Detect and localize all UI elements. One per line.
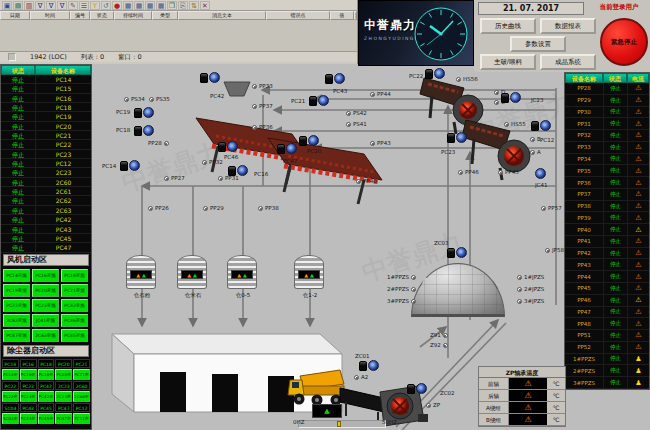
device-row[interactable]: 停止PC15 <box>1 84 91 93</box>
conveyor-row[interactable]: PP51停止⚠ <box>565 330 649 342</box>
conveyor-row[interactable]: PP29停止⚠ <box>565 95 649 107</box>
conveyor-row[interactable]: PP41停止⚠ <box>565 236 649 248</box>
fan-start-button[interactable]: PC18变频 <box>61 269 88 282</box>
conveyor-row[interactable]: PP52停止⚠ <box>565 342 649 354</box>
fan-start-button[interactable]: PC22变频 <box>3 299 30 312</box>
conveyor-row[interactable]: 2#PPZS停止♟ <box>565 365 649 377</box>
motor-fan-unit[interactable] <box>447 247 467 258</box>
motor-fan-unit[interactable] <box>501 92 521 103</box>
dust-start-button[interactable]: PC12变频 <box>73 413 90 424</box>
conveyor-row[interactable]: PP45停止⚠ <box>565 283 649 295</box>
dust-start-button[interactable]: PC43变频 <box>20 413 37 424</box>
fan-start-button[interactable]: PC46变频 <box>61 314 88 327</box>
device-row[interactable]: 停止PC45 <box>1 234 91 243</box>
grid-4-icon[interactable]: ▦ <box>156 1 166 10</box>
motor-fan-unit[interactable] <box>531 120 551 131</box>
fan-start-button[interactable]: PC23变频 <box>32 299 59 312</box>
grid-1-icon[interactable]: ▦ <box>123 1 133 10</box>
device-row[interactable]: 停止PC19 <box>1 112 91 121</box>
fan-start-button[interactable]: PC45变频 <box>61 329 88 342</box>
alarm-col-8[interactable]: 错误点 <box>266 11 330 20</box>
fan-start-button[interactable]: PC47变频 <box>3 329 30 342</box>
filter-3-icon[interactable]: ∇ <box>57 1 67 10</box>
conveyor-row[interactable]: 1#PPZS停止♟ <box>565 354 649 366</box>
conveyor-row[interactable]: PP30停止⚠ <box>565 107 649 119</box>
fan-start-button[interactable]: PC14变频 <box>3 269 30 282</box>
dust-start-button[interactable]: PC21变频 <box>73 369 90 380</box>
motor-fan-unit[interactable] <box>277 143 297 154</box>
device-row[interactable]: 停止2C60 <box>1 178 91 187</box>
motor-fan-unit[interactable] <box>325 73 345 84</box>
dust-start-button[interactable]: 2C60变频 <box>73 391 90 402</box>
motor-fan-unit[interactable] <box>407 383 427 394</box>
device-row[interactable]: 停止PC21 <box>1 131 91 140</box>
device-row[interactable]: 停止2C61 <box>1 187 91 196</box>
refresh-icon[interactable]: ↺ <box>101 1 111 10</box>
conveyor-row[interactable]: PP48停止⚠ <box>565 318 649 330</box>
conveyor-row[interactable]: 3#PPZS停止♟ <box>565 377 649 389</box>
dust-start-button[interactable]: PC22变频 <box>2 391 19 402</box>
motor-fan-unit[interactable] <box>425 68 445 79</box>
fan-start-button[interactable]: PC20变频 <box>32 284 59 297</box>
conveyor-row[interactable]: PP42停止⚠ <box>565 248 649 260</box>
alarm-col-1[interactable]: 日期 <box>0 11 30 20</box>
filter-1-icon[interactable]: ∇ <box>35 1 45 10</box>
motor-fan-unit[interactable] <box>299 135 319 146</box>
conveyor-row[interactable]: PP36停止⚠ <box>565 177 649 189</box>
parameter-set-button[interactable]: 参数设置 <box>510 36 566 52</box>
data-report-button[interactable]: 数据报表 <box>540 18 596 34</box>
dust-start-button[interactable]: PC47变频 <box>55 413 72 424</box>
alarm-col-10[interactable]: 注释 <box>354 11 357 20</box>
device-row[interactable]: 停止PC12 <box>1 159 91 168</box>
alarm-col-7[interactable]: 消息文本 <box>178 11 266 20</box>
new-list-icon[interactable]: ▣ <box>2 1 12 10</box>
emergency-stop-button[interactable]: 紧急停止 <box>600 18 648 66</box>
product-system-button[interactable]: 成品系统 <box>540 54 596 70</box>
device-row[interactable]: 停止PC43 <box>1 225 91 234</box>
device-row[interactable]: 停止PC47 <box>1 243 91 252</box>
print-icon[interactable]: ⎘ <box>178 1 188 10</box>
device-row[interactable]: 停止PC22 <box>1 140 91 149</box>
device-row[interactable]: 停止2C63 <box>1 206 91 215</box>
motor-fan-unit[interactable] <box>218 141 238 152</box>
branch-icon[interactable]: Υ <box>90 1 100 10</box>
conveyor-row[interactable]: PP44停止⚠ <box>565 271 649 283</box>
conveyor-row[interactable]: PP31停止⚠ <box>565 118 649 130</box>
conveyor-row[interactable]: PP43停止⚠ <box>565 259 649 271</box>
conveyor-row[interactable]: PP38停止⚠ <box>565 201 649 213</box>
motor-fan-unit[interactable] <box>228 165 248 176</box>
alarm-col-2[interactable]: 时间 <box>30 11 70 20</box>
report-icon[interactable]: ▥ <box>24 1 34 10</box>
device-row[interactable]: 停止PC18 <box>1 103 91 112</box>
list-icon[interactable]: ☰ <box>79 1 89 10</box>
device-row[interactable]: 停止PC23 <box>1 150 91 159</box>
alarm-col-9[interactable]: 值 <box>330 11 354 20</box>
motor-fan-unit[interactable] <box>200 72 220 83</box>
dust-start-button[interactable]: PC42变频 <box>38 391 55 402</box>
motor-fan-unit[interactable] <box>359 360 379 371</box>
fan-unit[interactable] <box>535 168 546 179</box>
conveyor-row[interactable]: PP28停止⚠ <box>565 83 649 95</box>
motor-fan-unit[interactable] <box>120 160 140 171</box>
motor-fan-unit[interactable] <box>447 132 467 143</box>
dust-start-button[interactable]: PC18变频 <box>38 369 55 380</box>
conveyor-row[interactable]: PP46停止⚠ <box>565 295 649 307</box>
fan-start-button[interactable]: PC21变频 <box>61 284 88 297</box>
motor-fan-unit[interactable] <box>309 95 329 106</box>
conveyor-row[interactable]: PP40停止⚠ <box>565 224 649 236</box>
window-icon[interactable]: ❐ <box>167 1 177 10</box>
alarm-list[interactable] <box>0 20 357 51</box>
grid-3-icon[interactable]: ▦ <box>145 1 155 10</box>
motor-fan-unit[interactable] <box>134 125 154 136</box>
slider-handle[interactable] <box>337 421 341 427</box>
dust-start-button[interactable]: 2C23变频 <box>55 391 72 402</box>
frequency-slider[interactable] <box>298 420 386 428</box>
dust-start-button[interactable]: PC20变频 <box>55 369 72 380</box>
dust-start-button[interactable]: SC04变频 <box>2 413 19 424</box>
filter-2-icon[interactable]: ∇ <box>46 1 56 10</box>
sort-icon[interactable]: ⇅ <box>189 1 199 10</box>
conveyor-row[interactable]: PP32停止⚠ <box>565 130 649 142</box>
fan-start-button[interactable]: PC19变频 <box>3 284 30 297</box>
device-row[interactable]: 停止PC16 <box>1 94 91 103</box>
dust-start-button[interactable]: PC16变频 <box>20 369 37 380</box>
